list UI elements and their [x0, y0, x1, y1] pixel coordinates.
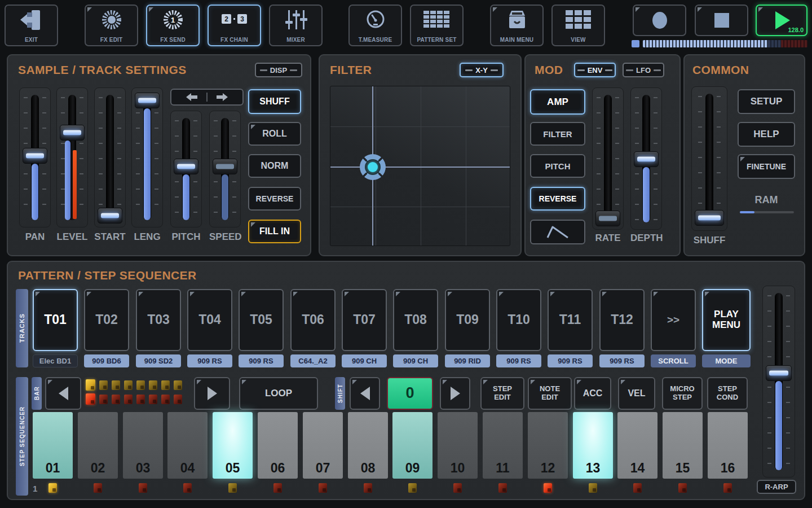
pattern-master-slider[interactable] — [762, 286, 795, 478]
reverse-button[interactable]: REVERSE — [248, 187, 301, 211]
prev-bar-button[interactable] — [45, 377, 81, 410]
step-pad-06[interactable]: 06 — [258, 412, 298, 479]
common-shuff-slider[interactable] — [691, 86, 727, 231]
track-button-t11[interactable]: T11 — [548, 289, 593, 351]
stop-button[interactable] — [695, 5, 748, 36]
pan-slider[interactable] — [19, 87, 51, 227]
track-button-t06[interactable]: T06 — [290, 289, 336, 351]
play-menu-button[interactable]: PLAY MENU — [702, 289, 751, 351]
slider-handle[interactable] — [135, 93, 160, 108]
xy-cursor[interactable] — [360, 154, 386, 180]
mod-amp-button[interactable]: AMP — [530, 89, 585, 115]
counter-prev-button[interactable] — [350, 377, 380, 410]
slider-handle[interactable] — [60, 125, 85, 141]
track-button-t09[interactable]: T09 — [445, 289, 490, 351]
step-pad-10[interactable]: 10 — [438, 412, 478, 479]
track-button-t12[interactable]: T12 — [599, 289, 645, 351]
step-pad-09[interactable]: 09 — [392, 412, 433, 479]
track-button-t05[interactable]: T05 — [239, 289, 284, 351]
leng-slider[interactable] — [131, 87, 163, 227]
sample-next-arrow-icon[interactable] — [215, 93, 229, 102]
mod-reverse-button[interactable]: REVERSE — [530, 187, 585, 211]
counter-next-button[interactable] — [440, 377, 470, 410]
help-button[interactable]: HELP — [738, 122, 795, 147]
pitch-slider[interactable] — [170, 111, 202, 227]
tracks-tab[interactable]: TRACKS — [16, 289, 28, 367]
r-arp-button[interactable]: R-ARP — [757, 480, 796, 494]
shift-tab[interactable]: SHIFT — [335, 377, 345, 410]
setup-button[interactable]: SETUP — [738, 89, 795, 114]
note-edit-button[interactable]: NOTE EDIT — [528, 377, 572, 410]
track-button-t03[interactable]: T03 — [136, 289, 181, 351]
step-edit-button[interactable]: STEP EDIT — [480, 377, 524, 410]
record-button[interactable] — [633, 5, 686, 36]
step-pad-03[interactable]: 03 — [123, 412, 163, 479]
mixer-button[interactable]: MIXER — [269, 5, 323, 46]
play-button[interactable]: 128.0 — [756, 5, 807, 36]
disp-button[interactable]: DISP — [255, 63, 302, 77]
main-menu-button[interactable]: MAIN MENU — [490, 5, 544, 46]
step-pad-04[interactable]: 04 — [167, 412, 208, 479]
loop-button[interactable]: LOOP — [239, 377, 318, 410]
step-pad-12[interactable]: 12 — [528, 412, 568, 479]
slider-handle[interactable] — [695, 210, 724, 226]
step-pad-05[interactable]: 05 — [213, 412, 253, 479]
view-button[interactable]: VIEW — [551, 5, 605, 46]
slider-handle[interactable] — [634, 151, 659, 167]
track-button-t08[interactable]: T08 — [393, 289, 438, 351]
mod-filter-button[interactable]: FILTER — [530, 122, 585, 146]
start-slider[interactable] — [94, 87, 126, 227]
rate-slider[interactable] — [592, 87, 624, 230]
step-pad-02[interactable]: 02 — [78, 412, 118, 479]
sample-prev-arrow-icon[interactable] — [185, 93, 198, 102]
slider-handle[interactable] — [98, 208, 122, 224]
track-button-t02[interactable]: T02 — [84, 289, 129, 351]
shuff-button[interactable]: SHUFF — [248, 89, 301, 114]
micro-step-button[interactable]: MICRO STEP — [662, 377, 703, 410]
xy-mode-button[interactable]: X-Y — [460, 63, 504, 77]
lfo-tab[interactable]: LFO — [623, 63, 664, 77]
slider-handle[interactable] — [595, 211, 620, 226]
fx-send-button[interactable]: 1 FX SEND — [146, 5, 200, 46]
track-button-t04[interactable]: T04 — [187, 289, 232, 351]
fx-edit-button[interactable]: FX EDIT — [85, 5, 138, 46]
bar-tab[interactable]: BAR — [32, 377, 42, 410]
fill-in-button[interactable]: FILL IN — [248, 220, 301, 243]
env-tab[interactable]: ENV — [574, 63, 616, 77]
acc-button[interactable]: ACC — [574, 377, 611, 410]
step-pad-01[interactable]: 01 — [33, 412, 73, 479]
step-pad-11[interactable]: 11 — [483, 412, 523, 479]
step-cond-button[interactable]: STEP COND — [707, 377, 748, 410]
vel-button[interactable]: VEL — [618, 377, 655, 410]
slider-handle[interactable] — [174, 159, 198, 174]
norm-button[interactable]: NORM — [248, 154, 301, 178]
finetune-button[interactable]: FINETUNE — [738, 154, 795, 179]
pattern-set-button[interactable]: PATTERN SET — [410, 5, 464, 46]
track-button-t10[interactable]: T10 — [496, 289, 541, 351]
step-sequencer-tab[interactable]: STEP SEQUENCER — [16, 377, 28, 496]
slider-handle[interactable] — [213, 159, 237, 174]
step-pad-08[interactable]: 08 — [348, 412, 388, 479]
track-button-t01[interactable]: T01 — [33, 289, 78, 351]
step-pad-07[interactable]: 07 — [303, 412, 343, 479]
filter-xy-pad[interactable] — [330, 86, 510, 246]
fx-chain-button[interactable]: 2 3 FX CHAIN — [208, 5, 261, 46]
depth-slider[interactable] — [630, 87, 662, 230]
env-shape-button[interactable] — [530, 220, 585, 244]
step-pad-13[interactable]: 13 — [573, 412, 613, 479]
mod-pitch-button[interactable]: PITCH — [530, 154, 585, 178]
level-slider[interactable] — [56, 87, 88, 227]
step-pad-14[interactable]: 14 — [617, 412, 657, 479]
step-pad-15[interactable]: 15 — [663, 412, 703, 479]
slider-handle[interactable] — [766, 365, 792, 381]
track-scroll-button[interactable]: >> — [651, 289, 696, 351]
track-button-t07[interactable]: T07 — [342, 289, 387, 351]
step-pad-16[interactable]: 16 — [708, 412, 748, 479]
shift-counter-display[interactable]: 0 — [387, 377, 433, 410]
speed-slider[interactable] — [209, 111, 241, 227]
sample-nav-buttons[interactable] — [170, 89, 244, 106]
t-measure-button[interactable]: T.MEASURE — [348, 5, 402, 46]
exit-button[interactable]: EXIT — [5, 5, 58, 46]
slider-handle[interactable] — [23, 148, 47, 164]
roll-button[interactable]: ROLL — [248, 122, 301, 146]
